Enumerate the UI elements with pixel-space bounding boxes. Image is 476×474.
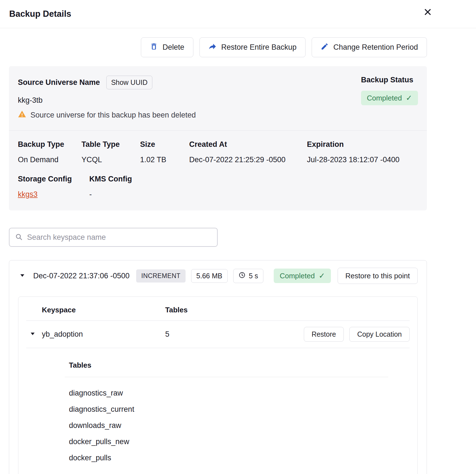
- summary-panel: Source Universe Name Show UUID kkg-3tb S…: [9, 66, 427, 210]
- increment-type-badge: INCREMENT: [136, 269, 185, 283]
- status-badge-text: Completed: [367, 94, 402, 102]
- backup-status-block: Backup Status Completed ✓: [361, 76, 418, 105]
- status-badge: Completed ✓: [361, 91, 418, 105]
- copy-location-button[interactable]: Copy Location: [349, 327, 410, 342]
- keyspace-expanded-section: Tables diagnostics_raw diagnostics_curre…: [18, 348, 417, 474]
- summary-fields: Backup Type On Demand Table Type YCQL Si…: [9, 131, 427, 167]
- table-list-item: diagnostics_current: [69, 405, 388, 414]
- table-list-item: docker_pulls_new: [69, 437, 388, 446]
- delete-button[interactable]: Delete: [141, 37, 193, 57]
- close-icon: [424, 8, 432, 17]
- backup-status-label: Backup Status: [361, 76, 414, 84]
- field-storage-config: Storage Config kkgs3: [18, 175, 89, 199]
- keyspace-row: yb_adoption 5 Restore Copy Location: [18, 321, 417, 348]
- increment-duration-badge: 5 s: [233, 269, 263, 283]
- summary-top: Source Universe Name Show UUID kkg-3tb S…: [9, 66, 427, 130]
- universe-deleted-warning: Source universe for this backup has been…: [18, 110, 196, 120]
- restore-arrow-icon: [208, 42, 217, 52]
- increment-status-text: Completed: [280, 272, 315, 280]
- field-backup-type: Backup Type On Demand: [18, 140, 81, 164]
- caret-down-icon: [19, 272, 26, 280]
- field-expiration: Expiration Jul-28-2023 18:12:07 -0400: [307, 140, 418, 164]
- keyspace-column-header: Keyspace: [42, 306, 165, 314]
- source-universe-label: Source Universe Name: [18, 78, 100, 87]
- restore-entire-backup-button[interactable]: Restore Entire Backup: [199, 37, 306, 57]
- field-table-type: Table Type YCQL: [81, 140, 140, 164]
- nested-tables-header: Tables: [69, 361, 388, 370]
- page-title: Backup Details: [9, 9, 71, 19]
- increment-header-row: Dec-07-2022 21:37:06 -0500 INCREMENT 5.6…: [18, 268, 418, 284]
- warning-text: Source universe for this backup has been…: [30, 111, 196, 119]
- close-button[interactable]: [423, 8, 432, 17]
- change-retention-label: Change Retention Period: [333, 43, 418, 52]
- clock-icon: [239, 272, 246, 280]
- restore-to-point-button[interactable]: Restore to this point: [338, 268, 418, 284]
- keyspace-table-card: Keyspace Tables yb_adoption 5 Restore Co…: [18, 296, 418, 474]
- nested-tables-divider: [65, 377, 388, 377]
- field-kms-config: KMS Config -: [89, 175, 418, 199]
- increment-size-badge: 5.66 MB: [191, 269, 228, 283]
- keyspace-tables-count: 5: [165, 330, 304, 339]
- table-list-item: docker_pulls: [69, 454, 388, 462]
- keyspace-search: [9, 228, 218, 247]
- increment-timestamp: Dec-07-2022 21:37:06 -0500: [33, 272, 129, 280]
- warning-icon: [18, 110, 26, 120]
- trash-icon: [150, 42, 158, 52]
- increment-backup-card: Dec-07-2022 21:37:06 -0500 INCREMENT 5.6…: [9, 260, 427, 474]
- check-icon: ✓: [319, 271, 325, 280]
- check-icon: ✓: [406, 94, 412, 102]
- keyspace-table-header: Keyspace Tables: [18, 297, 417, 320]
- increment-status-badge: Completed ✓: [274, 269, 331, 283]
- restore-keyspace-button[interactable]: Restore: [304, 327, 344, 342]
- show-uuid-button[interactable]: Show UUID: [106, 76, 152, 89]
- panel-content: Delete Restore Entire Backup Change Rete…: [9, 37, 427, 474]
- source-universe-block: Source Universe Name Show UUID kkg-3tb S…: [18, 76, 196, 120]
- storage-config-link[interactable]: kkgs3: [18, 190, 38, 199]
- table-list-item: diagnostics_raw: [69, 389, 388, 398]
- duration-text: 5 s: [249, 272, 258, 280]
- table-list-item: downloads_raw: [69, 421, 388, 430]
- storage-kms-row: Storage Config kkgs3 KMS Config -: [9, 167, 427, 210]
- collapse-increment-caret[interactable]: [18, 272, 27, 280]
- actions-row: Delete Restore Entire Backup Change Rete…: [9, 37, 427, 57]
- nested-tables-list: diagnostics_raw diagnostics_current down…: [69, 389, 388, 462]
- tables-column-header: Tables: [165, 306, 410, 314]
- field-size: Size 1.02 TB: [140, 140, 189, 164]
- restore-entire-backup-label: Restore Entire Backup: [221, 43, 297, 52]
- pencil-icon: [321, 42, 329, 52]
- universe-name: kkg-3tb: [18, 96, 196, 105]
- keyspace-name: yb_adoption: [42, 330, 165, 339]
- panel-header: Backup Details: [0, 0, 476, 28]
- change-retention-button[interactable]: Change Retention Period: [312, 37, 427, 57]
- caret-down-icon: [29, 331, 36, 338]
- field-created-at: Created At Dec-07-2022 21:25:29 -0500: [189, 140, 307, 164]
- delete-button-label: Delete: [163, 43, 184, 52]
- collapse-keyspace-caret[interactable]: [28, 331, 37, 338]
- search-icon: [15, 233, 23, 242]
- search-input[interactable]: [27, 233, 211, 242]
